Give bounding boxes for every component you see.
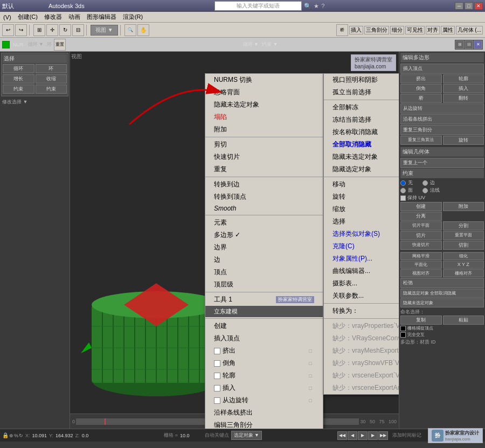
cm-inset[interactable]: 插入 □	[205, 382, 323, 394]
menu-item-create[interactable]: 创建(C)	[15, 12, 41, 22]
cm-bevel[interactable]: 倒角 □	[205, 357, 323, 369]
rp-radio-face[interactable]	[400, 188, 406, 193]
scale-button[interactable]: ⊟	[72, 24, 84, 36]
rp-retriangulate[interactable]: 重复三角剖分	[400, 125, 484, 135]
cm-border[interactable]: 边界	[205, 241, 323, 254]
rp-insert-btn[interactable]: 插入	[443, 84, 484, 93]
viewport[interactable]: 视图	[70, 52, 399, 429]
rp-detach-btn[interactable]: 分离	[400, 212, 442, 221]
rp-slice-btn[interactable]: 切片	[400, 231, 442, 240]
select-button[interactable]: ⊞	[33, 24, 45, 36]
rp-rotate-btn[interactable]: 旋转	[443, 136, 484, 145]
scm-move[interactable]: 移动 □	[324, 178, 399, 191]
scm-isolate[interactable]: 孤立当前选择	[324, 86, 399, 99]
menu-item-modifier[interactable]: 修改器	[41, 12, 65, 22]
triangle-cut-button[interactable]: 三角剖分	[364, 26, 389, 34]
cm-edit-triangulation[interactable]: 编辑三角剖分	[205, 419, 323, 429]
rp-outline-btn[interactable]: 轮廓	[443, 74, 484, 83]
cm-toplevel[interactable]: 顶层级	[205, 278, 323, 291]
cm-cut[interactable]: 剪切	[205, 138, 323, 151]
rp-radio-normal[interactable]	[422, 188, 428, 193]
rp-attach-btn[interactable]: 附加	[443, 202, 484, 211]
rp-insert-vertex[interactable]: 插入顶点	[400, 64, 484, 74]
rp-split-btn[interactable]: 分割	[443, 221, 484, 230]
rp-view-align-btn[interactable]: 视图对齐	[400, 269, 442, 277]
cm-attach[interactable]: 附加	[205, 123, 323, 136]
rp-quickslice-btn[interactable]: 快速切片	[400, 241, 442, 250]
scm-clone[interactable]: 克隆(C)	[324, 240, 399, 253]
icon-btn-3[interactable]: ✕	[474, 40, 482, 49]
move-button[interactable]: ✛	[46, 24, 58, 36]
menu-item-animation[interactable]: 动画	[65, 12, 84, 22]
cm-vertex[interactable]: 顶点	[205, 266, 323, 278]
cm-hide-unselected[interactable]: 隐藏未选定对象	[205, 99, 323, 111]
rp-radio-none[interactable]	[400, 180, 406, 186]
bridge-icon[interactable]: 桥	[336, 24, 348, 36]
rp-constraint-title[interactable]: 约束	[400, 169, 484, 178]
rp-repeat-last[interactable]: 重复上一个	[400, 158, 484, 168]
percent-snap-icon[interactable]: %	[14, 433, 18, 438]
shrink-button[interactable]: 收缩	[36, 74, 67, 83]
rp-edit-geometry-title[interactable]: 编辑几何体	[400, 147, 484, 157]
redo-button[interactable]: ↪	[15, 24, 27, 36]
rp-repeat-btn[interactable]: 重复三角算法	[400, 136, 442, 145]
cm-convert-edge[interactable]: 转换到边	[205, 178, 323, 191]
cm-convert-vertex[interactable]: 转换到顶点	[205, 191, 323, 203]
cm-nurms-toggle[interactable]: NURMS 切换	[205, 74, 323, 86]
cm-smooth[interactable]: Smooth	[205, 203, 323, 214]
scm-unfreeze-all[interactable]: 全部解冻	[324, 101, 399, 114]
rp-edit-poly-title[interactable]: 编辑多边形	[400, 53, 484, 62]
refresh-button[interactable]: 重置	[54, 39, 66, 51]
cm-insert-vertex[interactable]: 插入顶点	[205, 332, 323, 345]
modify-selection-label[interactable]: 修改选择 ▼	[1, 97, 68, 107]
scm-freeze-selected[interactable]: 冻结当前选择	[324, 114, 399, 126]
rp-create-btn[interactable]: 创建	[400, 202, 442, 211]
cm-tool1[interactable]: 工具 1 扮家家特调营室	[205, 293, 323, 306]
constraint2-button[interactable]: 约束	[36, 85, 67, 94]
loop-button[interactable]: 循环	[3, 64, 34, 73]
scm-select[interactable]: 选择	[324, 215, 399, 228]
spinner-snap-icon[interactable]: ↻	[19, 433, 23, 438]
select-object-dropdown[interactable]: 选定对象 ▼	[231, 431, 262, 440]
rp-planarize-btn[interactable]: 平面化	[400, 261, 442, 269]
rp-bevel-btn[interactable]: 倒角	[400, 84, 442, 93]
rp-xyz-btn[interactable]: X Y Z	[443, 261, 484, 269]
rp-slice-plane-btn[interactable]: 切片平面	[400, 221, 442, 230]
cm-hinge-from-edge[interactable]: 从边旋转 □	[205, 394, 323, 407]
scm-select-similar[interactable]: 选择类似对象(S)	[324, 228, 399, 240]
scm-rotate[interactable]: 旋转 □	[324, 191, 399, 203]
rp-extrude-btn[interactable]: 挤出	[400, 74, 442, 83]
rp-hinge-edge[interactable]: 从边旋转	[400, 103, 484, 114]
minimize-button[interactable]: ─	[455, 2, 463, 10]
search-icon[interactable]: 🔍	[304, 3, 311, 10]
icon-btn-1[interactable]: ⊞	[455, 40, 464, 49]
cm-collapse[interactable]: 塌陷	[205, 111, 323, 123]
pan-button[interactable]: ✋	[137, 24, 149, 36]
star-icon[interactable]: ★	[314, 3, 319, 10]
scm-scale[interactable]: 缩放 □	[324, 203, 399, 215]
cm-create[interactable]: 创建	[205, 320, 323, 332]
rp-preserve-uv-checkbox[interactable]	[400, 195, 406, 201]
rp-extrude-spline[interactable]: 沿着条线拼出	[400, 114, 484, 124]
rotate-button[interactable]: ↻	[59, 24, 71, 36]
scm-dope-sheet[interactable]: 摄影表...	[324, 277, 399, 290]
cm-polygon[interactable]: 多边形 ✓	[205, 229, 323, 241]
visibility-button[interactable]: 可见性	[405, 26, 425, 34]
rp-reset-plane-btn[interactable]: 重置平面	[443, 231, 484, 240]
cm-element[interactable]: 元素	[205, 216, 323, 229]
cm-extrude-spline[interactable]: 沿样条线挤出	[205, 407, 323, 419]
scm-convert-to[interactable]: 转换为： ▶	[324, 305, 399, 317]
cm-extrude[interactable]: 挤出 □	[205, 345, 323, 357]
rp-grid-align-btn[interactable]: 栅格对齐	[443, 269, 484, 277]
rp-flip-btn[interactable]: 翻转	[443, 94, 484, 103]
next-frame-button[interactable]: ▶▶	[378, 431, 388, 440]
constraint-button[interactable]: 约束	[3, 85, 34, 94]
rp-relax-btn[interactable]: 松弛	[400, 278, 484, 288]
scm-viewport-lighting[interactable]: 视口照明和阴影 ▶	[324, 74, 399, 86]
grow-button[interactable]: 增长	[3, 74, 34, 83]
play-button[interactable]: ▶	[358, 431, 368, 440]
rp-hide-unsel-btn[interactable]: 隐藏未选定对象	[400, 298, 484, 307]
rp-hide-sel-btn[interactable]: 隐藏选定对象 全部取消隐藏	[400, 289, 484, 298]
scm-properties[interactable]: 对象属性(P)...	[324, 253, 399, 265]
rp-full-intersect-checkbox[interactable]	[400, 332, 406, 338]
